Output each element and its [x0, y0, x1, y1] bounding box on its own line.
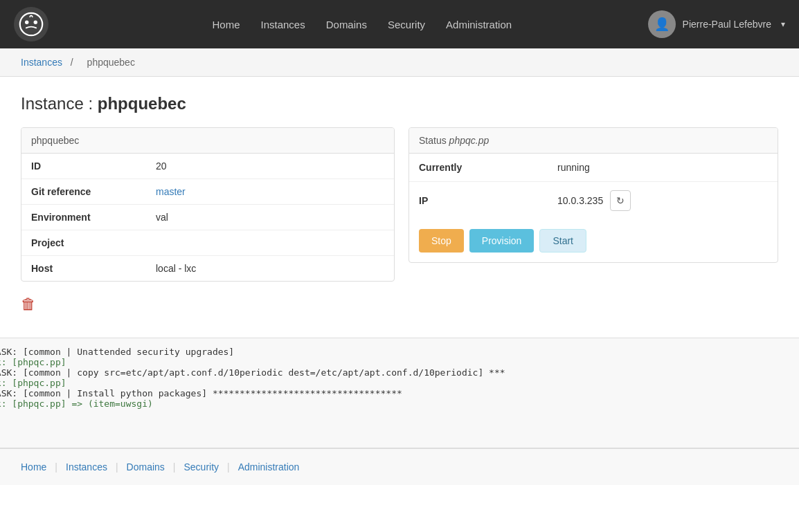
row-key: Host: [21, 256, 146, 282]
action-buttons: Stop Provision Start: [409, 219, 778, 262]
logo[interactable]: [14, 7, 48, 42]
currently-value: running: [548, 154, 778, 182]
row-value: [146, 230, 394, 256]
svg-point-1: [25, 21, 28, 24]
row-value: val: [146, 205, 394, 230]
footer-sep-1: |: [55, 461, 57, 473]
svg-point-2: [34, 21, 37, 24]
table-row: Hostlocal - lxc: [21, 256, 394, 282]
nav-administration[interactable]: Administration: [446, 19, 512, 30]
breadcrumb-separator: /: [71, 57, 76, 68]
table-row: Git referencemaster: [21, 179, 394, 205]
delete-row: 🗑: [21, 295, 778, 313]
breadcrumb: Instances / phpquebec: [0, 48, 799, 77]
avatar: 👤: [648, 10, 676, 38]
ip-label: IP: [409, 182, 548, 220]
row-value: 20: [146, 154, 394, 179]
nav-instances[interactable]: Instances: [260, 19, 305, 30]
log-panel[interactable]: TASK: [common | Unattended security upgr…: [0, 338, 799, 448]
log-line: TASK: [common | Unattended security upgr…: [0, 347, 799, 357]
footer: Home | Instances | Domains | Security | …: [0, 448, 799, 485]
username: Pierre-Paul Lefebvre: [683, 19, 771, 30]
status-panel-header: Status phpqc.pp: [409, 128, 778, 154]
refresh-ip-button[interactable]: ↻: [610, 190, 631, 211]
ip-value-cell: 10.0.3.235 ↻: [548, 182, 778, 220]
nav-domains[interactable]: Domains: [326, 19, 367, 30]
status-panel: Status phpqc.pp Currently running IP 10.…: [409, 127, 778, 263]
main-content: Instance : phpquebec phpquebec ID20Git r…: [0, 77, 799, 338]
nav-links: Home Instances Domains Security Administ…: [76, 19, 648, 30]
footer-instances[interactable]: Instances: [66, 461, 107, 473]
row-key: Project: [21, 230, 146, 256]
log-line: ok: [phpqc.pp]: [0, 357, 799, 367]
footer-home[interactable]: Home: [21, 461, 46, 473]
ip-value: 10.0.3.235: [557, 195, 603, 206]
log-line: TASK: [common | copy src=etc/apt/apt.con…: [0, 367, 799, 378]
navbar: Home Instances Domains Security Administ…: [0, 0, 799, 48]
nav-home[interactable]: Home: [212, 19, 240, 30]
row-value: local - lxc: [146, 256, 394, 282]
user-menu[interactable]: 👤 Pierre-Paul Lefebvre ▾: [648, 10, 785, 38]
footer-sep-4: |: [227, 461, 230, 473]
log-line: ok: [phpqc.pp]: [0, 378, 799, 388]
table-row: IP 10.0.3.235 ↻: [409, 182, 778, 220]
page-title: Instance : phpquebec: [21, 94, 778, 113]
svg-point-0: [20, 13, 42, 35]
table-row: ID20: [21, 154, 394, 179]
content-row: phpquebec ID20Git referencemasterEnviron…: [21, 127, 778, 282]
row-key: Git reference: [21, 179, 146, 205]
table-row: Currently running: [409, 154, 778, 182]
instance-details-panel: phpquebec ID20Git referencemasterEnviron…: [21, 127, 395, 282]
table-row: Project: [21, 230, 394, 256]
provision-button[interactable]: Provision: [469, 229, 535, 253]
row-key: Environment: [21, 205, 146, 230]
row-value: master: [146, 179, 394, 205]
start-button[interactable]: Start: [539, 229, 586, 253]
footer-sep-3: |: [173, 461, 176, 473]
footer-sep-2: |: [116, 461, 118, 473]
footer-domains[interactable]: Domains: [127, 461, 165, 473]
instance-table-header: phpquebec: [21, 128, 394, 154]
breadcrumb-parent-link[interactable]: Instances: [21, 57, 62, 68]
currently-label: Currently: [409, 154, 548, 182]
footer-administration[interactable]: Administration: [238, 461, 300, 473]
log-line: ok: [phpqc.pp] => (item=uwsgi): [0, 398, 799, 409]
instance-details-table: ID20Git referencemasterEnvironmentvalPro…: [21, 154, 394, 281]
status-table: Currently running IP 10.0.3.235 ↻: [409, 154, 778, 219]
log-line: TASK: [common | Install python packages]…: [0, 388, 799, 398]
table-row: Environmentval: [21, 205, 394, 230]
chevron-down-icon: ▾: [781, 19, 785, 29]
footer-security[interactable]: Security: [183, 461, 219, 473]
nav-security[interactable]: Security: [388, 19, 425, 30]
stop-button[interactable]: Stop: [419, 229, 464, 253]
row-key: ID: [21, 154, 146, 179]
delete-icon[interactable]: 🗑: [21, 295, 36, 313]
breadcrumb-current: phpquebec: [87, 57, 135, 68]
